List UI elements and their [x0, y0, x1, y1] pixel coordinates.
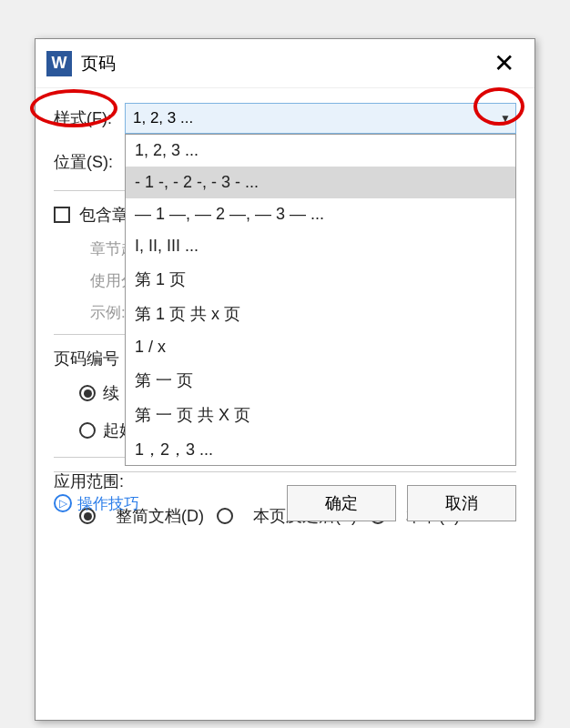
close-button[interactable]: ✕: [484, 48, 524, 78]
tips-link[interactable]: ▷ 操作技巧: [54, 493, 139, 514]
format-input[interactable]: [125, 103, 516, 134]
continue-radio[interactable]: [79, 385, 96, 401]
format-option[interactable]: — 1 —, — 2 —, — 3 — ...: [126, 198, 515, 230]
format-option[interactable]: 1，2，3 ...: [126, 432, 515, 466]
footer: ▷ 操作技巧 确定 取消: [54, 464, 516, 521]
format-row: 样式(F): ▼ 1, 2, 3 ... - 1 -, - 2 -, - 3 -…: [54, 103, 516, 134]
dialog-content: 样式(F): ▼ 1, 2, 3 ... - 1 -, - 2 -, - 3 -…: [36, 88, 534, 541]
chevron-down-icon[interactable]: ▼: [500, 112, 511, 125]
format-label: 样式(F):: [54, 107, 125, 129]
format-dropdown[interactable]: 1, 2, 3 ... - 1 -, - 2 -, - 3 - ... — 1 …: [125, 134, 516, 466]
format-option[interactable]: 1 / x: [126, 331, 515, 363]
titlebar: W 页码 ✕: [36, 39, 534, 88]
format-option[interactable]: 1, 2, 3 ...: [126, 135, 515, 167]
divider: [54, 471, 516, 472]
format-option[interactable]: 第 1 页 共 x 页: [126, 297, 515, 331]
continue-label: 续: [103, 382, 119, 404]
app-icon: W: [46, 51, 72, 76]
tips-label: 操作技巧: [77, 493, 139, 514]
dialog-title: 页码: [81, 52, 484, 76]
play-icon: ▷: [54, 494, 72, 512]
format-option[interactable]: 第 一 页: [126, 363, 515, 398]
format-combo[interactable]: ▼ 1, 2, 3 ... - 1 -, - 2 -, - 3 - ... — …: [125, 103, 516, 134]
position-label: 位置(S):: [54, 151, 125, 173]
include-chapter-label: 包含章: [79, 204, 128, 226]
page-number-dialog: W 页码 ✕ 样式(F): ▼ 1, 2, 3 ... - 1 -, - 2 -…: [35, 38, 535, 721]
format-option[interactable]: 第 1 页: [126, 262, 515, 297]
start-at-radio[interactable]: [79, 422, 96, 439]
ok-button[interactable]: 确定: [287, 485, 396, 521]
include-chapter-checkbox[interactable]: [54, 207, 70, 223]
format-option[interactable]: - 1 -, - 2 -, - 3 - ...: [126, 167, 515, 198]
format-option[interactable]: I, II, III ...: [126, 230, 515, 262]
cancel-button[interactable]: 取消: [407, 485, 516, 521]
format-option[interactable]: 第 一 页 共 X 页: [126, 398, 515, 432]
